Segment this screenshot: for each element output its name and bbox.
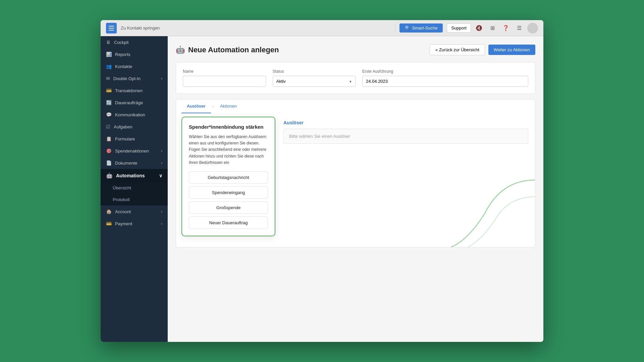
automations-section: 🤖 Automations ∨ Übersicht Protokoll: [101, 169, 168, 205]
header-actions: « Zurück zur Übersicht Weiter zu Aktione…: [430, 44, 535, 55]
spendenaktionen-arrow: ›: [161, 149, 162, 153]
status-select[interactable]: Aktiv Inaktiv: [273, 76, 356, 87]
tabs-bar: Auslöser → Aktionen: [176, 99, 535, 113]
sidebar-item-double-optin[interactable]: ✉ Double Opt-In ›: [101, 72, 168, 84]
status-select-wrapper: Aktiv Inaktiv: [273, 76, 356, 87]
popup-option-geburtstag[interactable]: Geburtstagsnachricht: [189, 171, 268, 184]
aufgaben-icon: ☑: [106, 124, 110, 129]
page-title-icon: 🤖: [176, 46, 185, 54]
popup-title: Spender*innenbindung stärken: [189, 124, 268, 130]
sidebar-item-protokoll[interactable]: Protokoll: [101, 194, 168, 205]
name-group: Name: [183, 69, 266, 87]
double-optin-icon: ✉: [106, 76, 110, 81]
sidebar: 🖥 Cockpit 📊 Reports 👥 Kontakte ✉ Double …: [101, 36, 168, 342]
sidebar-item-dokumente[interactable]: 📄 Dokumente ›: [101, 157, 168, 169]
form-card: Name Status Aktiv Inaktiv Erste: [176, 62, 535, 94]
sidebar-item-account[interactable]: 🏠 Account ›: [101, 205, 168, 218]
automations-arrow: ∨: [159, 173, 162, 178]
content-area: Spender*innenbindung stärken Wählen Sie …: [176, 113, 535, 247]
tab-separator-arrow: →: [211, 105, 215, 109]
form-row: Name Status Aktiv Inaktiv Erste: [183, 69, 528, 87]
back-button[interactable]: « Zurück zur Übersicht: [430, 44, 485, 55]
main-content: 🤖 Neue Automation anlegen « Zurück zur Ü…: [168, 36, 543, 342]
contact-jump-label: Zu Kontakt springen: [121, 25, 391, 31]
popup-description: Wählen Sie aus den verfügbaren Auslösern…: [189, 134, 268, 166]
name-input[interactable]: [183, 76, 266, 87]
popup-option-grossspende[interactable]: Großspende: [189, 201, 268, 214]
sidebar-item-payment[interactable]: 💳 Payment ›: [101, 218, 168, 230]
ausloser-placeholder: Bitte wählen Sie einen Auslöser: [283, 129, 528, 144]
popup-card: Spender*innenbindung stärken Wählen Sie …: [181, 117, 275, 236]
page-header: 🤖 Neue Automation anlegen « Zurück zur Ü…: [176, 44, 535, 55]
automations-submenu: Übersicht Protokoll: [101, 182, 168, 205]
ausloser-panel: Auslöser Bitte wählen Sie einen Auslöser: [283, 120, 528, 144]
next-button[interactable]: Weiter zu Aktionen: [488, 45, 535, 55]
account-arrow: ›: [161, 209, 162, 214]
payment-icon: 💳: [106, 221, 112, 226]
smart-search-button[interactable]: 🔍 Smart-Suche: [399, 23, 443, 33]
dauerauftraege-icon: 🔄: [106, 100, 112, 105]
reports-icon: 📊: [106, 52, 112, 57]
popup-option-dauerauftrag[interactable]: Neuer Dauerauftrag: [189, 217, 268, 229]
sidebar-item-spendenaktionen[interactable]: 🎯 Spendenaktionen ›: [101, 145, 168, 157]
status-label: Status: [273, 69, 356, 74]
date-input[interactable]: [362, 76, 528, 87]
list-icon-button[interactable]: ☰: [514, 23, 525, 34]
automations-icon: 🤖: [106, 172, 113, 179]
name-label: Name: [183, 69, 266, 74]
help-icon-button[interactable]: ❓: [500, 23, 511, 34]
support-button[interactable]: Support: [447, 23, 471, 33]
popup-options: Geburtstagsnachricht Spendeneingang Groß…: [189, 171, 268, 229]
dokumente-icon: 📄: [106, 160, 112, 166]
double-optin-arrow: ›: [161, 76, 162, 80]
divider: [395, 24, 395, 32]
cockpit-icon: 🖥: [106, 40, 111, 45]
sidebar-item-kommunikation[interactable]: 💬 Kommunikation: [101, 109, 168, 121]
browser-bar-right: Support 🔇 ⊞ ❓ ☰: [447, 23, 538, 34]
decorative-arc: [434, 146, 535, 247]
formulare-icon: 📋: [106, 136, 112, 141]
sidebar-item-ubersicht[interactable]: Übersicht: [101, 182, 168, 194]
sidebar-item-formulare[interactable]: 📋 Formulare: [101, 133, 168, 145]
payment-arrow: ›: [161, 222, 162, 226]
sidebar-item-aufgaben[interactable]: ☑ Aufgaben: [101, 121, 168, 133]
sidebar-item-transaktionen[interactable]: 💳 Transaktionen: [101, 84, 168, 97]
kommunikation-icon: 💬: [106, 112, 112, 117]
account-icon: 🏠: [106, 209, 112, 214]
spendenaktionen-icon: 🎯: [106, 148, 112, 154]
sidebar-item-cockpit[interactable]: 🖥 Cockpit: [101, 36, 168, 48]
ausloser-label: Auslöser: [283, 120, 528, 125]
hamburger-button[interactable]: [106, 23, 117, 34]
mute-icon-button[interactable]: 🔇: [474, 23, 484, 34]
date-group: Erste Ausführung: [362, 69, 528, 87]
browser-bar: Zu Kontakt springen 🔍 Smart-Suche Suppor…: [101, 20, 543, 36]
grid-icon-button[interactable]: ⊞: [487, 23, 498, 34]
status-group: Status Aktiv Inaktiv: [273, 69, 356, 87]
app-body: 🖥 Cockpit 📊 Reports 👥 Kontakte ✉ Double …: [101, 36, 543, 342]
dokumente-arrow: ›: [161, 161, 162, 165]
avatar-button[interactable]: [527, 23, 538, 34]
sidebar-item-dauerauftraege[interactable]: 🔄 Daueraufträge: [101, 97, 168, 109]
popup-option-spendeneingang[interactable]: Spendeneingang: [189, 186, 268, 199]
kontakte-icon: 👥: [106, 64, 112, 69]
search-icon: 🔍: [405, 25, 410, 31]
sidebar-item-reports[interactable]: 📊 Reports: [101, 48, 168, 60]
tab-ausloser[interactable]: Auslöser: [181, 100, 211, 113]
date-label: Erste Ausführung: [362, 69, 528, 74]
transaktionen-icon: 💳: [106, 88, 112, 93]
sidebar-item-kontakte[interactable]: 👥 Kontakte: [101, 60, 168, 72]
tab-aktionen[interactable]: Aktionen: [215, 100, 243, 113]
automations-header[interactable]: 🤖 Automations ∨: [101, 169, 168, 182]
page-title: 🤖 Neue Automation anlegen: [176, 46, 279, 54]
